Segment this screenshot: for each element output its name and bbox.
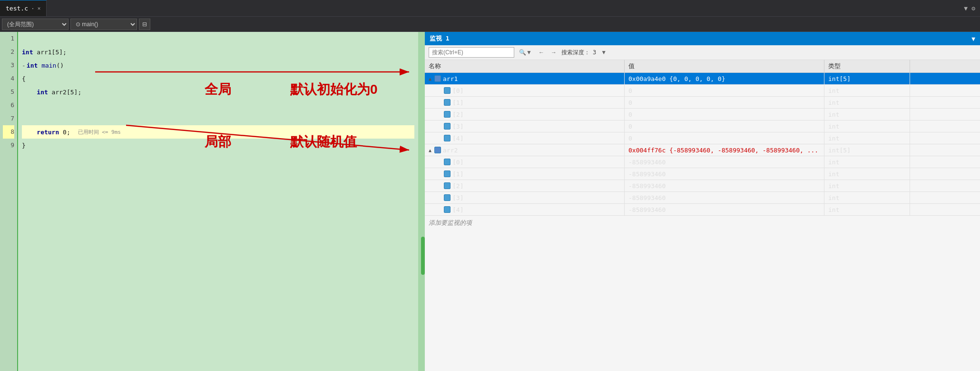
watch-cell-arr2-value: 0x004ff76c {-858993460, -858993460, -858… bbox=[625, 144, 824, 156]
watch-cell-arr2-3-value: -858993460 bbox=[625, 192, 824, 203]
tab-settings-icon[interactable]: ⚙ bbox=[971, 5, 975, 12]
arr2-type: int[5] bbox=[828, 147, 851, 154]
watch-nav-forward[interactable]: → bbox=[549, 48, 559, 57]
watch-cell-arr2-4-name: [4] bbox=[425, 204, 625, 215]
arr2-name-label: arr2 bbox=[443, 147, 458, 154]
watch-cell-arr1-3-value: 0 bbox=[625, 120, 824, 132]
arr1-4-icon bbox=[444, 135, 451, 141]
arr2-1-label: [1] bbox=[452, 170, 463, 178]
arr1-2-label: [2] bbox=[452, 111, 463, 118]
watch-cell-arr1-0-type: int bbox=[824, 85, 910, 96]
watch-add-label[interactable]: 添加要监视的项 bbox=[425, 216, 980, 230]
watch-toolbar: 🔍▼ ← → 搜索深度： 3 ▼ bbox=[425, 45, 980, 60]
watch-cell-arr1-1-value: 0 bbox=[625, 97, 824, 108]
svg-line-1 bbox=[126, 125, 409, 150]
watch-cell-arr2-2-type: int bbox=[824, 180, 910, 191]
watch-row-arr2[interactable]: ▲ arr2 0x004ff76c {-858993460, -85899346… bbox=[425, 144, 980, 156]
svg-text:局部: 局部 bbox=[204, 134, 231, 149]
arr1-type: int[5] bbox=[828, 75, 851, 82]
arr2-0-icon bbox=[444, 159, 451, 165]
col-name-header: 名称 bbox=[425, 60, 625, 72]
arr1-1-label: [1] bbox=[452, 99, 463, 106]
arr1-0-icon bbox=[444, 87, 451, 94]
watch-col-headers: 名称 值 类型 bbox=[425, 60, 980, 73]
watch-panel: 监视 1 ▼ 🔍▼ ← → 搜索深度： 3 ▼ 名称 值 类型 ▲ bbox=[425, 32, 980, 371]
arr1-4-label: [4] bbox=[452, 135, 463, 142]
watch-cell-arr2-name: ▲ arr2 bbox=[425, 144, 625, 156]
watch-cell-arr1-4-name: [4] bbox=[425, 132, 625, 144]
watch-cell-arr1-0-name: [0] bbox=[425, 85, 625, 96]
watch-cell-arr1-name: ▲ arr1 bbox=[425, 73, 625, 84]
watch-cell-arr1-1-name: [1] bbox=[425, 97, 625, 108]
watch-search-input[interactable] bbox=[429, 47, 514, 58]
svg-text:默认初始化为0: 默认初始化为0 bbox=[290, 81, 378, 97]
scope-select[interactable]: (全局范围) bbox=[2, 19, 69, 30]
watch-row-arr2-2[interactable]: [2] -858993460 int bbox=[425, 180, 980, 192]
main-layout: 1 2 3 4 5 6 7 8 9 int arr1[5]; bbox=[0, 32, 980, 371]
watch-row-arr1[interactable]: ▲ arr1 0x00a9a4e0 {0, 0, 0, 0, 0} int[5] bbox=[425, 73, 980, 85]
watch-cell-arr2-type: int[5] bbox=[824, 144, 910, 156]
file-tab[interactable]: test.c · ✕ bbox=[0, 0, 47, 16]
watch-nav-back[interactable]: ← bbox=[537, 48, 546, 57]
arr2-value: 0x004ff76c {-858993460, -858993460, -858… bbox=[628, 147, 818, 154]
watch-depth-value: 3 bbox=[593, 49, 596, 56]
expand-arr2-icon[interactable]: ▲ bbox=[429, 148, 431, 153]
arr1-3-label: [3] bbox=[452, 123, 463, 130]
watch-cell-arr1-2-value: 0 bbox=[625, 109, 824, 120]
arr2-3-label: [3] bbox=[452, 194, 463, 201]
watch-row-arr2-0[interactable]: [0] -858993460 int bbox=[425, 156, 980, 168]
watch-cell-arr1-2-type: int bbox=[824, 109, 910, 120]
watch-row-arr2-1[interactable]: [1] -858993460 int bbox=[425, 168, 980, 180]
watch-cell-arr2-0-value: -858993460 bbox=[625, 156, 824, 168]
arr2-0-label: [0] bbox=[452, 159, 463, 166]
watch-cell-arr1-0-value: 0 bbox=[625, 85, 824, 96]
watch-row-arr1-3[interactable]: [3] 0 int bbox=[425, 120, 980, 132]
tab-filename: test.c bbox=[6, 5, 28, 12]
watch-depth-dropdown[interactable]: ▼ bbox=[599, 48, 608, 57]
watch-row-arr1-4[interactable]: [4] 0 int bbox=[425, 132, 980, 144]
watch-row-arr1-0[interactable]: [0] 0 int bbox=[425, 85, 980, 97]
watch-table[interactable]: ▲ arr1 0x00a9a4e0 {0, 0, 0, 0, 0} int[5]… bbox=[425, 73, 980, 371]
watch-search-button[interactable]: 🔍▼ bbox=[517, 48, 534, 57]
watch-cell-arr1-4-type: int bbox=[824, 132, 910, 144]
arr2-var-icon bbox=[434, 147, 441, 153]
watch-cell-arr1-4-value: 0 bbox=[625, 132, 824, 144]
watch-cell-arr2-3-name: [3] bbox=[425, 192, 625, 203]
watch-row-arr1-1[interactable]: [1] 0 int bbox=[425, 97, 980, 109]
tab-modified-dot: · bbox=[31, 5, 35, 12]
context-select[interactable]: ⊙ main() bbox=[70, 19, 137, 30]
arr2-4-label: [4] bbox=[452, 206, 463, 213]
arr2-2-icon bbox=[444, 182, 451, 189]
watch-cell-arr1-3-name: [3] bbox=[425, 120, 625, 132]
watch-cell-arr2-3-type: int bbox=[824, 192, 910, 203]
watch-row-arr1-2[interactable]: [2] 0 int bbox=[425, 109, 980, 120]
watch-cell-arr2-0-type: int bbox=[824, 156, 910, 168]
watch-depth-label: 搜索深度： bbox=[561, 49, 590, 57]
arr2-4-icon bbox=[444, 206, 451, 213]
arr2-3-icon bbox=[444, 194, 451, 201]
watch-cell-arr2-1-value: -858993460 bbox=[625, 168, 824, 180]
watch-cell-arr1-type: int[5] bbox=[824, 73, 910, 84]
watch-cell-arr2-2-name: [2] bbox=[425, 180, 625, 191]
arr2-2-label: [2] bbox=[452, 182, 463, 190]
arr2-1-icon bbox=[444, 170, 451, 177]
col-type-header: 类型 bbox=[824, 60, 910, 72]
arr1-1-icon bbox=[444, 99, 451, 106]
watch-row-arr2-3[interactable]: [3] -858993460 int bbox=[425, 192, 980, 204]
annotation-arrows: 全局 默认初始化为0 局部 默认随机值 bbox=[0, 32, 425, 371]
watch-cell-arr1-value: 0x00a9a4e0 {0, 0, 0, 0, 0} bbox=[625, 73, 824, 84]
expand-arr1-icon[interactable]: ▲ bbox=[429, 76, 431, 81]
watch-cell-arr2-1-name: [1] bbox=[425, 168, 625, 180]
watch-cell-arr2-2-value: -858993460 bbox=[625, 180, 824, 191]
tab-close-button[interactable]: ✕ bbox=[38, 5, 41, 11]
arr1-3-icon bbox=[444, 123, 451, 130]
split-button[interactable]: ⊟ bbox=[139, 19, 150, 30]
watch-collapse-icon[interactable]: ▼ bbox=[971, 35, 975, 42]
arr1-2-icon bbox=[444, 111, 451, 118]
col-value-header: 值 bbox=[625, 60, 824, 72]
arr1-0-label: [0] bbox=[452, 87, 463, 94]
tab-arrow-down-icon[interactable]: ▼ bbox=[964, 5, 968, 12]
watch-row-arr2-4[interactable]: [4] -858993460 int bbox=[425, 204, 980, 216]
tab-bar: test.c · ✕ ▼ ⚙ bbox=[0, 0, 980, 17]
watch-header: 监视 1 ▼ bbox=[425, 32, 980, 45]
